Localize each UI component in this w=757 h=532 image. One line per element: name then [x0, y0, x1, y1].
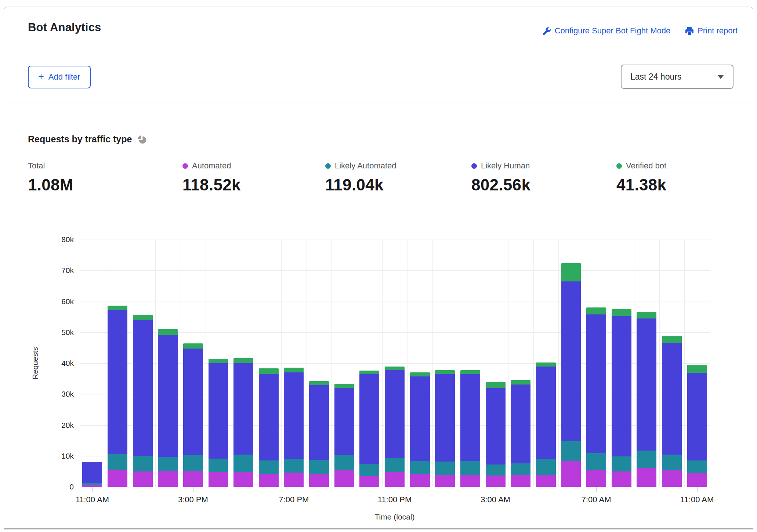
bar-400pm	[209, 240, 228, 487]
gridline-vertical	[382, 240, 383, 487]
bar-800am	[612, 240, 631, 487]
bar-segment-likely-human	[133, 320, 153, 456]
bar-segment-automated	[82, 485, 102, 487]
bar-segment-likely-automated	[259, 460, 279, 474]
bar-segment-automated	[183, 471, 203, 487]
bar-segment-verified-bot	[511, 380, 530, 385]
x-tick-label: 3:00 AM	[481, 495, 510, 504]
bar-segment-likely-human	[385, 370, 405, 458]
bar-segment-likely-human	[108, 310, 127, 454]
bar-segment-automated	[385, 472, 405, 487]
y-tick-label: 60k	[48, 297, 74, 306]
bar-segment-automated	[687, 473, 707, 487]
gridline-vertical	[181, 240, 181, 487]
x-tick-mark	[193, 487, 193, 492]
bar-segment-automated	[586, 470, 606, 487]
bar-segment-verified-bot	[334, 384, 354, 387]
bar-segment-automated	[435, 475, 455, 487]
bar-segment-automated	[612, 471, 631, 487]
y-tick-label: 0	[48, 482, 74, 491]
x-tick-mark	[294, 487, 294, 492]
gridline-vertical	[508, 240, 508, 487]
x-tick-label: 3:00 PM	[178, 495, 208, 504]
bar-segment-likely-human	[536, 367, 556, 459]
gridline-vertical	[231, 240, 231, 487]
bar-segment-likely-automated	[637, 451, 656, 468]
bar-segment-automated	[359, 476, 379, 487]
x-tick-mark	[596, 487, 597, 492]
bar-segment-verified-bot	[385, 367, 405, 370]
y-tick-label: 40k	[48, 359, 74, 368]
gridline-vertical	[357, 240, 357, 487]
x-tick-mark	[92, 487, 93, 492]
bar-segment-likely-automated	[435, 462, 455, 475]
gridline-vertical	[558, 240, 559, 487]
bar-800pm	[309, 240, 329, 487]
bar-segment-likely-human	[284, 372, 304, 459]
bar-segment-likely-human	[183, 349, 203, 455]
bar-segment-verified-bot	[410, 372, 430, 376]
bar-segment-verified-bot	[561, 263, 581, 281]
bar-segment-automated	[259, 474, 279, 487]
y-tick-label: 20k	[48, 421, 74, 430]
bar-segment-automated	[233, 472, 253, 487]
bar-1000pm	[359, 240, 379, 487]
bar-segment-likely-automated	[233, 455, 253, 471]
bar-segment-likely-human	[334, 388, 354, 456]
bar-segment-likely-automated	[209, 459, 228, 472]
bar-1200am	[410, 240, 430, 487]
bar-segment-likely-human	[486, 388, 506, 464]
bar-segment-likely-human	[687, 373, 707, 460]
bar-600am	[561, 240, 581, 487]
bar-1100am	[687, 240, 707, 487]
gridline-vertical	[458, 240, 458, 487]
x-axis-title: Time (local)	[375, 513, 415, 521]
bar-segment-verified-bot	[612, 309, 631, 316]
gridline-vertical	[710, 240, 710, 487]
bar-segment-verified-bot	[309, 381, 329, 385]
bar-segment-likely-automated	[586, 453, 606, 470]
bar-1100pm	[385, 240, 405, 487]
bar-segment-likely-automated	[612, 456, 631, 471]
gridline-vertical	[634, 240, 634, 487]
bar-segment-automated	[662, 470, 682, 487]
gridline-vertical	[584, 240, 584, 487]
gridline-vertical	[105, 240, 105, 487]
bar-segment-verified-bot	[158, 329, 178, 335]
gridline-vertical	[256, 240, 256, 487]
bar-400am	[511, 240, 530, 487]
bar-segment-likely-human	[612, 316, 631, 456]
gridline-vertical	[684, 240, 685, 487]
bar-segment-automated	[108, 470, 127, 487]
bar-segment-likely-automated	[410, 461, 430, 474]
bar-segment-likely-human	[233, 363, 253, 455]
gridline-vertical	[307, 240, 307, 487]
bar-segment-automated	[309, 474, 329, 487]
bar-200am	[460, 240, 480, 487]
bar-segment-automated	[158, 471, 178, 487]
bar-segment-verified-bot	[108, 306, 127, 310]
bar-segment-verified-bot	[359, 371, 379, 374]
bar-segment-verified-bot	[586, 307, 606, 314]
requests-by-traffic-type-chart: Requests Time (local) 010k20k30k40k50k60…	[4, 7, 753, 528]
bar-segment-likely-human	[209, 363, 228, 458]
y-tick-label: 70k	[48, 266, 74, 275]
bar-segment-verified-bot	[435, 370, 455, 374]
bar-segment-verified-bot	[662, 336, 682, 343]
bar-segment-likely-automated	[385, 458, 405, 473]
bar-segment-likely-automated	[662, 455, 682, 470]
bar-100pm	[133, 240, 153, 487]
bar-segment-verified-bot	[183, 343, 203, 349]
bar-segment-automated	[284, 473, 304, 487]
bar-700pm	[284, 240, 304, 487]
gridline-vertical	[130, 240, 130, 487]
bar-500pm	[233, 240, 253, 487]
gridline-vertical	[206, 240, 206, 487]
bar-segment-likely-human	[82, 462, 102, 483]
bar-500am	[536, 240, 556, 487]
y-tick-label: 50k	[48, 328, 74, 337]
bar-segment-automated	[511, 475, 530, 487]
bar-300am	[486, 240, 506, 487]
gridline-vertical	[659, 240, 660, 487]
bar-segment-likely-automated	[359, 464, 379, 477]
